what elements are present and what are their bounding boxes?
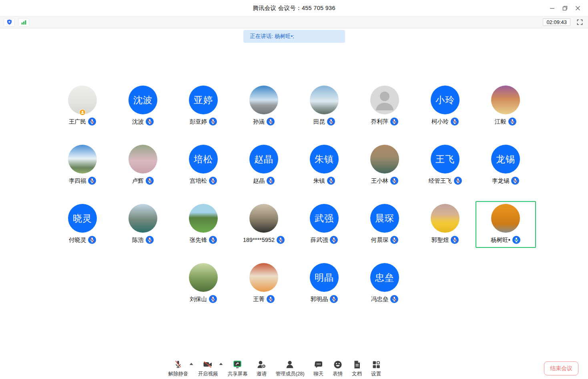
mic-muted-icon [508,118,516,126]
end-meeting-button[interactable]: 结束会议 [544,361,578,375]
participant-tile[interactable]: 亚婷彭亚婷 [173,83,234,130]
participant-name: 彭亚婷 [190,118,207,126]
participant-tile[interactable]: 189****5952 [234,201,294,248]
mic-muted-icon [327,118,335,126]
initials-avatar: 赵晶 [249,145,278,174]
status-bar-left [4,18,32,27]
chevron-up-icon [219,363,223,365]
network-signal-icon [20,19,27,26]
participant-tile[interactable]: 龙锡李龙锡 [476,142,536,189]
participant-tile[interactable]: 王飞经管王飞 [415,142,476,189]
photo-avatar [189,204,218,233]
participant-tile[interactable]: 小玲柯小玲 [415,83,476,130]
toolbar-manage-members-button[interactable]: 管理成员(28) [271,359,309,377]
participant-tile[interactable]: 乔利萍 [355,83,415,130]
participant-name: 孙涵 [253,118,265,126]
photo-avatar [128,204,157,233]
avatar: 忠垒 [370,263,399,292]
participant-tile[interactable]: 沈波沈波 [113,83,173,130]
participant-tile[interactable]: 江毅 [476,83,536,130]
speaking-banner-text: 正在讲话: 杨树旺•; [250,33,294,40]
participant-name-row: 付晓灵 [69,235,96,244]
toolbar-unmute-expand-arrow[interactable] [189,360,193,367]
participant-name-row: 王小林 [371,176,399,185]
mic-muted-icon [146,118,154,126]
participant-name: 田昆 [313,118,325,126]
mic-muted-icon [390,118,398,126]
initials-avatar: 武强 [310,204,339,233]
toolbar-docs-label: 文档 [352,371,362,377]
network-quality-button[interactable] [18,18,29,27]
mic-muted-icon [146,177,154,185]
participant-tile[interactable]: 田昆 [294,83,355,130]
participant-name-row: 江毅 [495,117,516,126]
participant-name-row: 189****5952 [243,235,285,244]
tencent-meeting-window: 腾讯会议 会议号：455 705 936 02:09:43 [0,0,588,379]
participant-tile[interactable]: 王菁 [234,260,294,307]
participant-tile[interactable]: 李四福 [52,142,113,189]
settings-icon [371,359,381,370]
participant-tile[interactable]: 朱镇朱镇 [294,142,355,189]
participant-name-row: 朱镇 [313,176,335,185]
photo-avatar [128,145,157,174]
participant-name: 朱镇 [313,177,325,185]
mic-muted-icon [209,177,217,185]
toolbar-share-screen-button[interactable]: 共享屏幕 [223,359,252,377]
participant-tile[interactable]: 赵晶赵晶 [234,142,294,189]
participant-tile[interactable]: 王小林 [355,142,415,189]
toolbar-settings-button[interactable]: 设置 [367,359,386,377]
participant-tile[interactable]: 杨树旺• [476,201,536,248]
toolbar-invite-label: 邀请 [257,371,267,377]
mic-muted-icon [330,295,338,303]
participant-tile[interactable]: 忠垒冯忠垒 [355,260,415,307]
mic-muted-icon [451,118,459,126]
photo-avatar [249,204,278,233]
avatar [370,86,399,114]
photo-avatar [491,204,520,233]
restore-button[interactable] [558,0,571,16]
emoji-icon [333,359,343,370]
toolbar-unmute-button[interactable]: 解除静音 [164,359,193,377]
mic-muted-icon [327,177,335,185]
invite-icon [256,359,267,370]
participant-tile[interactable]: 孙涵 [234,83,294,130]
participant-tile[interactable]: 晓灵付晓灵 [52,201,113,248]
close-button[interactable] [571,0,584,16]
avatar [68,145,97,174]
close-icon [575,6,580,11]
share-screen-icon [232,359,243,370]
mic-muted-icon [267,295,275,303]
participant-name: 刘保山 [190,295,207,303]
participant-tile[interactable]: 王广民 [52,83,113,130]
participant-tile[interactable]: 武强薛武强 [294,201,355,248]
participant-name-row: 田昆 [313,117,335,126]
window-controls [546,0,584,16]
participant-tile[interactable]: 陈浩 [113,201,173,248]
participant-tile[interactable]: 培松宫培松 [173,142,234,189]
safety-shield-button[interactable] [4,18,15,27]
toolbar-start-video-button[interactable]: 开启视频 [193,359,222,377]
fullscreen-button[interactable] [577,19,583,25]
participant-name: 李四福 [69,177,86,185]
toolbar-emoji-button[interactable]: 表情 [328,359,347,377]
toolbar-start-video-expand-arrow[interactable] [219,360,223,367]
minimize-button[interactable] [546,0,558,16]
toolbar-chat-button[interactable]: 聊天 [309,359,328,377]
toolbar-invite-button[interactable]: 邀请 [252,359,271,377]
toolbar-docs-button[interactable]: 文档 [347,359,367,377]
participant-tile[interactable]: 卢辉 [113,142,173,189]
participant-tile[interactable]: 刘保山 [173,260,234,307]
photo-avatar [431,204,460,233]
participant-name: 189****5952 [243,237,275,243]
participant-tile[interactable]: 张先锋 [173,201,234,248]
participant-name-row: 王菁 [253,295,275,303]
default-person-icon [370,86,399,114]
toolbar-unmute-label: 解除静音 [168,371,188,377]
participant-name-row: 郭聖煜 [431,235,459,244]
participant-name-row: 何晨琛 [371,235,399,244]
toolbar-emoji-label: 表情 [333,371,343,377]
participant-tile[interactable]: 晨琛何晨琛 [355,201,415,248]
participant-tile[interactable]: 郭聖煜 [415,201,476,248]
participant-tile[interactable]: 明晶郭明晶 [294,260,355,307]
participant-name: 赵晶 [253,177,265,185]
